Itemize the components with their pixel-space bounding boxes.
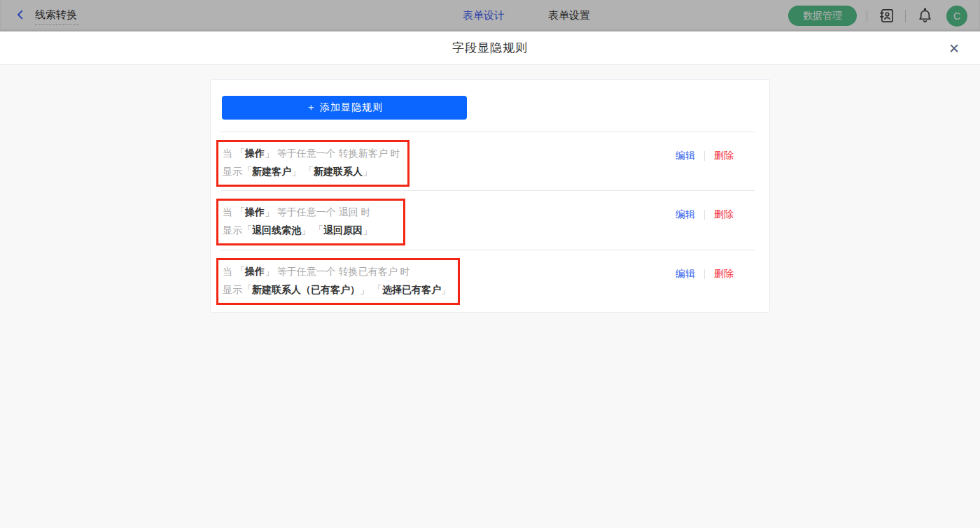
delete-button[interactable]: 删除 [714, 208, 734, 221]
divider [704, 269, 705, 279]
rule-actions: 编辑 删除 [676, 150, 734, 162]
add-rule-button[interactable]: ＋ 添加显隐规则 [222, 96, 467, 120]
rule-display: 显示「新建客户」 「新建联系人」 [223, 162, 400, 180]
rule-actions: 编辑 删除 [676, 268, 734, 280]
modal-header: 字段显隐规则 ✕ [0, 31, 980, 65]
edit-button[interactable]: 编辑 [676, 150, 695, 162]
rule-display: 显示「新建联系人（已有客户）」 「选择已有客户」 [223, 280, 451, 299]
rule-actions: 编辑 删除 [676, 208, 734, 221]
rule-row: 当 「操作」 等于任意一个 退回 时 显示「退回线索池」 「退回原因」 编辑 删… [221, 190, 755, 250]
edit-button[interactable]: 编辑 [676, 208, 695, 221]
close-icon[interactable]: ✕ [946, 41, 962, 56]
modal-body: ＋ 添加显隐规则 当 「操作」 等于任意一个 转换新客户 时 显示「新建客户」 … [0, 65, 980, 313]
divider [704, 210, 705, 220]
rules-card: ＋ 添加显隐规则 当 「操作」 等于任意一个 转换新客户 时 显示「新建客户」 … [210, 79, 770, 313]
rules-list: 当 「操作」 等于任意一个 转换新客户 时 显示「新建客户」 「新建联系人」 编… [221, 131, 755, 312]
delete-button[interactable]: 删除 [714, 150, 734, 162]
rule-row: 当 「操作」 等于任意一个 转换已有客户 时 显示「新建联系人（已有客户）」 「… [221, 250, 755, 312]
rule-display: 显示「退回线索池」 「退回原因」 [223, 221, 396, 239]
rule-annotation-box: 当 「操作」 等于任意一个 转换新客户 时 显示「新建客户」 「新建联系人」 [216, 140, 410, 187]
delete-button[interactable]: 删除 [714, 268, 734, 280]
rule-condition: 当 「操作」 等于任意一个 转换已有客户 时 [223, 262, 451, 280]
divider [704, 151, 705, 161]
rule-condition: 当 「操作」 等于任意一个 转换新客户 时 [223, 144, 400, 162]
modal-title: 字段显隐规则 [452, 40, 528, 56]
modal-dim-overlay [0, 0, 980, 31]
rule-annotation-box: 当 「操作」 等于任意一个 转换已有客户 时 显示「新建联系人（已有客户）」 「… [216, 258, 460, 305]
field-visibility-rules-modal: 字段显隐规则 ✕ ＋ 添加显隐规则 当 「操作」 等于任意一个 转换新客户 时 … [0, 31, 980, 528]
rule-condition: 当 「操作」 等于任意一个 退回 时 [223, 203, 396, 221]
rule-annotation-box: 当 「操作」 等于任意一个 退回 时 显示「退回线索池」 「退回原因」 [216, 199, 405, 245]
rule-row: 当 「操作」 等于任意一个 转换新客户 时 显示「新建客户」 「新建联系人」 编… [221, 131, 755, 190]
card-top: ＋ 添加显隐规则 [211, 80, 769, 131]
edit-button[interactable]: 编辑 [676, 268, 695, 280]
